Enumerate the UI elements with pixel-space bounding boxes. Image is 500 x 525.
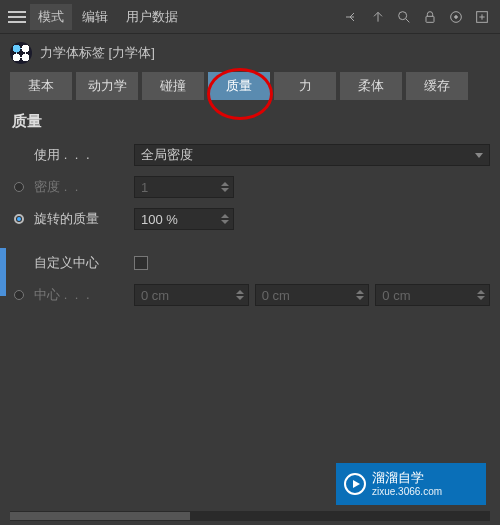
spinner-icon[interactable] bbox=[219, 178, 231, 196]
spinner-icon[interactable] bbox=[219, 210, 231, 228]
label-rotmass: 旋转的质量 bbox=[32, 210, 130, 228]
checkbox-customcenter[interactable] bbox=[134, 256, 148, 270]
tag-title-row: 力学体标签 [力学体] bbox=[0, 34, 500, 72]
spinner-icon[interactable] bbox=[354, 286, 366, 304]
row-rotmass: 旋转的质量 100 % bbox=[10, 205, 490, 233]
horizontal-scrollbar[interactable] bbox=[10, 511, 490, 521]
dynamics-tag-icon bbox=[10, 42, 32, 64]
spinner-icon[interactable] bbox=[234, 286, 246, 304]
select-use[interactable]: 全局密度 bbox=[134, 144, 490, 166]
play-icon bbox=[344, 473, 366, 495]
row-use: 使用 . . . 全局密度 bbox=[10, 141, 490, 169]
label-density: 密度 . . bbox=[32, 178, 130, 196]
tab-basic[interactable]: 基本 bbox=[10, 72, 72, 100]
menu-edit[interactable]: 编辑 bbox=[74, 4, 116, 30]
row-center: 中心 . . . 0 cm 0 cm 0 cm bbox=[10, 281, 490, 309]
add-icon[interactable] bbox=[470, 5, 494, 29]
target-icon[interactable] bbox=[444, 5, 468, 29]
radio-density[interactable] bbox=[14, 182, 24, 192]
label-center: 中心 . . . bbox=[32, 286, 130, 304]
tab-force[interactable]: 力 bbox=[274, 72, 336, 100]
spinner-icon[interactable] bbox=[475, 286, 487, 304]
tab-cache[interactable]: 缓存 bbox=[406, 72, 468, 100]
input-center-x[interactable]: 0 cm bbox=[134, 284, 249, 306]
top-menu-bar: 模式 编辑 用户数据 bbox=[0, 0, 500, 34]
svg-rect-1 bbox=[426, 16, 434, 22]
hamburger-icon[interactable] bbox=[6, 6, 28, 28]
lock-icon[interactable] bbox=[418, 5, 442, 29]
tab-bar: 基本 动力学 碰撞 质量 力 柔体 缓存 bbox=[0, 72, 500, 100]
input-rotmass[interactable]: 100 % bbox=[134, 208, 234, 230]
menu-userdata[interactable]: 用户数据 bbox=[118, 4, 186, 30]
svg-point-0 bbox=[399, 11, 407, 19]
tab-dynamics[interactable]: 动力学 bbox=[76, 72, 138, 100]
input-center-y[interactable]: 0 cm bbox=[255, 284, 370, 306]
selection-strip bbox=[0, 248, 6, 296]
search-icon[interactable] bbox=[392, 5, 416, 29]
input-center-z[interactable]: 0 cm bbox=[375, 284, 490, 306]
row-density: 密度 . . 1 bbox=[10, 173, 490, 201]
tag-title: 力学体标签 [力学体] bbox=[40, 44, 155, 62]
input-density[interactable]: 1 bbox=[134, 176, 234, 198]
mass-form: 使用 . . . 全局密度 密度 . . 1 旋转的质量 100 % 自定义中心… bbox=[0, 141, 500, 309]
radio-rotmass[interactable] bbox=[14, 214, 24, 224]
svg-point-3 bbox=[455, 15, 458, 18]
label-use: 使用 . . . bbox=[32, 146, 130, 164]
watermark-badge: 溜溜自学 zixue.3066.com bbox=[336, 463, 486, 505]
label-customcenter: 自定义中心 bbox=[32, 254, 130, 272]
section-title-mass: 质量 bbox=[0, 100, 500, 141]
watermark-url: zixue.3066.com bbox=[372, 486, 442, 497]
up-icon[interactable] bbox=[366, 5, 390, 29]
row-customcenter: 自定义中心 bbox=[10, 249, 490, 277]
scrollbar-thumb[interactable] bbox=[10, 512, 190, 520]
menu-mode[interactable]: 模式 bbox=[30, 4, 72, 30]
tab-mass[interactable]: 质量 bbox=[208, 72, 270, 100]
radio-center[interactable] bbox=[14, 290, 24, 300]
tab-collision[interactable]: 碰撞 bbox=[142, 72, 204, 100]
watermark-brand: 溜溜自学 bbox=[372, 471, 442, 485]
tab-softbody[interactable]: 柔体 bbox=[340, 72, 402, 100]
back-icon[interactable] bbox=[340, 5, 364, 29]
